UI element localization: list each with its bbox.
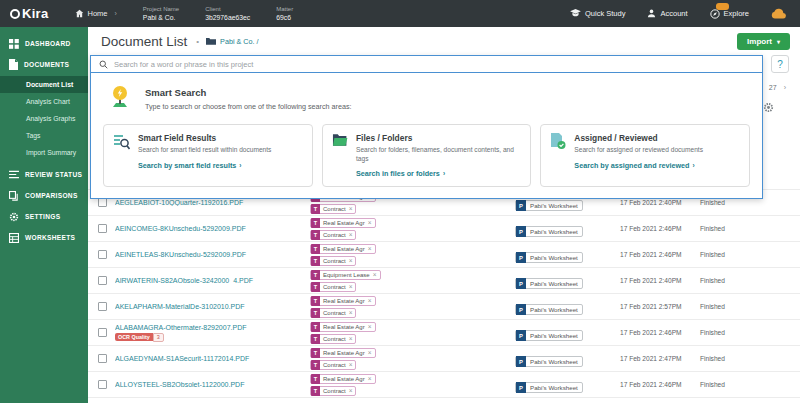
project-name-block: Project Name Pabi & Co. — [143, 5, 179, 22]
sidebar-item-settings[interactable]: SETTINGS — [0, 206, 88, 227]
tag-type-icon: T — [311, 348, 320, 358]
card-smart-field-results[interactable]: Smart Field Results Search for smart fie… — [103, 124, 313, 187]
tag-label: Real Estate Agr — [320, 298, 368, 304]
worksheet-badge[interactable]: PPabi's Worksheet — [515, 304, 583, 315]
document-link[interactable]: AEGLEABIOT-10QQuarter-1192016.PDF — [115, 199, 310, 206]
sidebar-item-worksheets[interactable]: WORKSHEETS — [0, 227, 88, 248]
upload-cloud-button[interactable] — [771, 8, 786, 19]
date-cell: 17 Feb 2021 2:46PM — [620, 225, 700, 232]
card-assigned-reviewed[interactable]: Assigned / Reviewed Search for assigned … — [540, 124, 750, 187]
worksheet-type-icon: P — [516, 356, 526, 367]
client-label: Client — [205, 5, 250, 13]
tag-remove-icon[interactable]: × — [349, 231, 356, 238]
tag-remove-icon[interactable]: × — [349, 309, 356, 316]
document-link[interactable]: AEINETLEAS-8KUnschedu-5292009.PDF — [115, 251, 310, 258]
search-by-assigned-link[interactable]: Search by assigned and reviewed› — [574, 161, 703, 170]
worksheet-type-icon: P — [516, 304, 526, 315]
row-checkbox[interactable] — [98, 250, 107, 259]
worksheet-badge[interactable]: PPabi's Worksheet — [515, 278, 583, 289]
sidebar-subitem-tags[interactable]: Tags — [0, 127, 88, 144]
document-link[interactable]: ALABAMAGRA-Othermater-8292007.PDF — [115, 324, 310, 331]
sidebar-item-review-status[interactable]: REVIEW STATUS — [0, 164, 88, 185]
search-area-cards: Smart Field Results Search for smart fie… — [103, 124, 750, 187]
status-cell: Finished — [700, 381, 770, 388]
row-checkbox[interactable] — [98, 198, 107, 207]
tag-pill: TReal Estate Agr× — [310, 348, 376, 358]
document-link[interactable]: AEINCOMEG-8KUnschedu-5292009.PDF — [115, 225, 310, 232]
worksheet-label: Pabi's Worksheet — [526, 358, 582, 365]
document-link[interactable]: ALGAEDYNAM-S1ASecurit-11172014.PDF — [115, 355, 310, 362]
tag-type-icon: T — [311, 204, 320, 214]
document-link[interactable]: ALLOYSTEEL-SB2Obsolet-1122000.PDF — [115, 381, 310, 388]
sidebar-subitem-import-summary[interactable]: Import Summary — [0, 144, 88, 161]
tag-remove-icon[interactable]: × — [368, 323, 375, 330]
worksheet-badge[interactable]: PPabi's Worksheet — [515, 226, 583, 237]
account-link[interactable]: Account — [647, 9, 687, 18]
sidebar-subitem-document-list[interactable]: Document List — [0, 76, 88, 93]
worksheet-cell: PPabi's Worksheet — [515, 376, 620, 394]
tag-type-icon: T — [311, 282, 320, 292]
sidebar-item-documents[interactable]: DOCUMENTS — [0, 54, 88, 75]
worksheet-badge[interactable]: PPabi's Worksheet — [515, 382, 583, 393]
tag-remove-icon[interactable]: × — [349, 387, 356, 394]
documents-file-icon — [9, 59, 18, 70]
sidebar-subitem-analysis-graphs[interactable]: Analysis Graphs — [0, 110, 88, 127]
worksheet-badge[interactable]: PPabi's Worksheet — [515, 330, 583, 341]
sidebar-item-comparisons[interactable]: COMPARISONS — [0, 185, 88, 206]
tag-remove-icon[interactable]: × — [368, 375, 375, 382]
worksheet-cell: PPabi's Worksheet — [515, 298, 620, 316]
quick-study-link[interactable]: Quick Study — [570, 9, 625, 18]
search-in-files-link[interactable]: Search in files or folders› — [356, 169, 521, 178]
worksheet-label: Pabi's Worksheet — [526, 228, 582, 235]
worksheet-label: Pabi's Worksheet — [526, 202, 582, 209]
smart-search-subtitle: Type to search or choose from one of the… — [145, 102, 352, 111]
row-checkbox[interactable] — [98, 224, 107, 233]
home-link[interactable]: Home › — [75, 9, 117, 18]
search-by-smart-field-link[interactable]: Search by smart field results› — [138, 161, 271, 170]
document-link[interactable]: AIRWATERIN-S82AObsole-3242000_4.PDF — [115, 277, 310, 284]
row-checkbox[interactable] — [98, 276, 107, 285]
top-navbar: Kira Home › Project Name Pabi & Co. Clie… — [0, 0, 800, 27]
sidebar-subitem-analysis-chart[interactable]: Analysis Chart — [0, 93, 88, 110]
document-name-cell: ALGAEDYNAM-S1ASecurit-11172014.PDF — [115, 355, 310, 362]
sidebar-item-dashboard[interactable]: DASHBOARD — [0, 33, 88, 54]
tag-type-icon: T — [311, 218, 320, 228]
search-input[interactable] — [114, 60, 754, 69]
tag-pill: TContract× — [310, 308, 356, 318]
graduation-cap-icon — [570, 9, 581, 18]
worksheet-badge[interactable]: PPabi's Worksheet — [515, 356, 583, 367]
cloud-icon — [771, 8, 786, 19]
tag-type-icon: T — [311, 270, 320, 280]
tag-remove-icon[interactable]: × — [349, 283, 356, 290]
breadcrumb[interactable]: Pabi & Co. / — [206, 37, 258, 46]
tag-remove-icon[interactable]: × — [368, 349, 375, 356]
worksheet-cell: PPabi's Worksheet — [515, 220, 620, 238]
worksheet-badge[interactable]: PPabi's Worksheet — [515, 200, 583, 211]
tag-remove-icon[interactable]: × — [349, 361, 356, 368]
tag-remove-icon[interactable]: × — [368, 297, 375, 304]
import-button[interactable]: Import ▾ — [737, 33, 790, 50]
tag-remove-icon[interactable]: × — [373, 271, 380, 278]
card-files-folders[interactable]: Files / Folders Search for folders, file… — [322, 124, 532, 187]
next-page-icon[interactable]: › — [784, 84, 786, 91]
row-checkbox[interactable] — [98, 302, 107, 311]
row-checkbox[interactable] — [98, 380, 107, 389]
document-link[interactable]: AKELAPHARM-MaterialDe-3102010.PDF — [115, 303, 310, 310]
tag-remove-icon[interactable]: × — [349, 257, 356, 264]
tag-remove-icon[interactable]: × — [368, 219, 375, 226]
explore-link[interactable]: Explore — [710, 9, 749, 19]
kira-logo[interactable]: Kira — [0, 6, 63, 21]
row-checkbox[interactable] — [98, 354, 107, 363]
tag-remove-icon[interactable]: × — [349, 335, 356, 342]
tag-pill: TEquipment Lease× — [310, 270, 381, 280]
tag-label: Real Estate Agr — [320, 376, 368, 382]
tag-remove-icon[interactable]: × — [349, 205, 356, 212]
worksheet-label: Pabi's Worksheet — [526, 280, 582, 287]
worksheet-badge[interactable]: PPabi's Worksheet — [515, 252, 583, 263]
column-settings-button[interactable] — [763, 99, 774, 117]
tag-remove-icon[interactable]: × — [368, 245, 375, 252]
row-checkbox[interactable] — [98, 328, 107, 337]
worksheet-type-icon: P — [516, 252, 526, 263]
account-label: Account — [660, 9, 687, 18]
help-button[interactable]: ? — [771, 55, 789, 73]
